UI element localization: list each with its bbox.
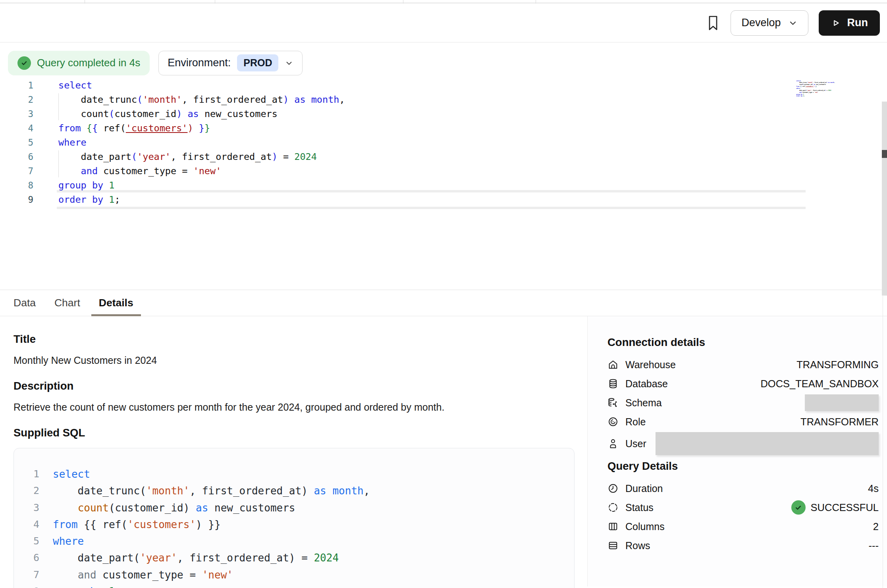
scrollbar-thumb[interactable] — [882, 150, 887, 158]
code-line: 3 count(customer_id) as new_customers — [0, 107, 887, 121]
line-number: 6 — [0, 150, 33, 164]
connection-details-heading: Connection details — [607, 336, 879, 349]
query-details-heading: Query Details — [607, 460, 879, 473]
query-status-text: Query completed in 4s — [37, 57, 140, 69]
bookmark-button[interactable] — [706, 15, 720, 31]
detail-value: 2 — [873, 521, 879, 532]
title-heading: Title — [13, 333, 587, 346]
detail-label: Role — [625, 416, 646, 428]
environment-label: Environment: — [168, 57, 231, 69]
header-toolbar: Develop Run — [0, 4, 887, 42]
user-icon — [607, 438, 619, 449]
run-button[interactable]: Run — [819, 10, 880, 36]
code-line: 9order by 1; — [0, 192, 887, 207]
query-status-pill: Query completed in 4s — [8, 51, 150, 75]
redacted-value — [805, 394, 879, 411]
code-line: 4from {{ ref('customers') }} — [14, 516, 574, 533]
code-line: 8group by 1 — [0, 178, 887, 192]
right-panel-edge — [883, 296, 883, 588]
detail-row-columns: Columns2 — [607, 517, 879, 536]
line-number: 6 — [14, 550, 39, 566]
code-line: 5where — [14, 533, 574, 550]
line-number: 1 — [14, 466, 39, 482]
develop-button[interactable]: Develop — [731, 10, 808, 36]
editor-code-lines: 1select2 date_trunc('month', first_order… — [0, 78, 887, 207]
detail-value: --- — [869, 540, 879, 551]
detail-value: DOCS_TEAM_SANDBOX — [760, 378, 879, 390]
detail-label: Rows — [625, 540, 650, 551]
line-number: 5 — [0, 135, 33, 150]
detail-row-duration: Duration4s — [607, 479, 879, 498]
environment-value-badge: PROD — [237, 54, 278, 71]
sql-editor[interactable]: 1select2 date_trunc('month', first_order… — [0, 78, 887, 290]
redacted-value — [656, 432, 879, 455]
status-row: Query completed in 4s Environment: PROD — [0, 42, 887, 78]
code-line: 6 date_part('year', first_ordered_at) = … — [0, 150, 887, 164]
code-line: 2 date_trunc('month', first_ordered_at) … — [14, 482, 574, 499]
detail-label: Schema — [625, 397, 662, 409]
line-number: 1 — [0, 78, 33, 92]
line-number: 9 — [0, 192, 33, 207]
success-check-icon — [791, 500, 806, 515]
detail-label: Status — [625, 502, 654, 513]
line-number: 8 — [0, 178, 33, 192]
title-value: Monthly New Customers in 2024 — [13, 354, 587, 366]
tab-details[interactable]: Details — [99, 290, 133, 316]
supplied-sql-heading: Supplied SQL — [13, 427, 587, 439]
detail-value: TRANSFORMING — [796, 359, 879, 371]
bookmark-icon — [706, 15, 720, 31]
line-number: 8 — [14, 583, 39, 588]
tab-data[interactable]: Data — [13, 290, 36, 316]
detail-row-warehouse: WarehouseTRANSFORMING — [607, 355, 879, 374]
editor-scrollbar[interactable] — [882, 102, 887, 296]
warehouse-icon — [607, 359, 619, 370]
detail-value: 4s — [868, 483, 879, 494]
connection-details-panel: Connection details WarehouseTRANSFORMING… — [587, 316, 887, 586]
code-line: 6 date_part('year', first_ordered_at) = … — [14, 550, 574, 566]
line-number: 2 — [0, 92, 33, 107]
description-value: Retrieve the count of new customers per … — [13, 401, 587, 413]
result-tabs: DataChartDetails — [0, 290, 887, 316]
columns-icon — [607, 521, 619, 532]
schema-icon — [607, 397, 619, 408]
detail-label: Duration — [625, 483, 663, 494]
code-line: 3 count(customer_id) as new_customers — [14, 500, 574, 516]
rows-icon — [607, 540, 619, 551]
detail-value: SUCCESSFUL — [791, 500, 879, 515]
tab-chart[interactable]: Chart — [54, 290, 80, 316]
details-pane: Title Monthly New Customers in 2024 Desc… — [0, 316, 887, 586]
database-icon — [607, 378, 619, 389]
chevron-down-icon — [285, 59, 293, 67]
detail-row-schema: Schema — [607, 393, 879, 412]
query-metadata-panel: Title Monthly New Customers in 2024 Desc… — [0, 316, 587, 586]
detail-row-user: User — [607, 431, 879, 456]
detail-label: User — [625, 438, 646, 450]
detail-label: Database — [625, 378, 668, 390]
run-button-label: Run — [847, 17, 868, 29]
detail-row-database: DatabaseDOCS_TEAM_SANDBOX — [607, 374, 879, 393]
code-line: 8group by 1 — [14, 583, 574, 588]
code-line: 7 and customer_type = 'new' — [14, 567, 574, 583]
environment-selector[interactable]: Environment: PROD — [158, 51, 303, 75]
line-number: 7 — [14, 567, 39, 583]
code-line: 5where — [0, 135, 887, 150]
line-number: 4 — [14, 516, 39, 533]
line-number: 3 — [0, 107, 33, 121]
success-check-icon — [17, 56, 31, 70]
duration-icon — [607, 483, 619, 494]
detail-row-status: StatusSUCCESSFUL — [607, 498, 879, 517]
code-line: 7 and customer_type = 'new' — [0, 164, 887, 178]
develop-button-label: Develop — [741, 17, 781, 29]
play-icon — [831, 18, 841, 28]
supplied-sql-code-block: 1select2 date_trunc('month', first_order… — [13, 448, 575, 588]
line-number: 5 — [14, 533, 39, 550]
detail-value: TRANSFORMER — [800, 416, 879, 428]
line-number: 3 — [14, 500, 39, 516]
code-line: 4from {{ ref('customers') }} — [0, 121, 887, 135]
chevron-down-icon — [788, 18, 798, 28]
status-icon — [607, 502, 619, 513]
line-number: 4 — [0, 121, 33, 135]
detail-label: Columns — [625, 521, 665, 532]
code-line: 2 date_trunc('month', first_ordered_at) … — [0, 92, 887, 107]
code-line: 1select — [14, 466, 574, 482]
